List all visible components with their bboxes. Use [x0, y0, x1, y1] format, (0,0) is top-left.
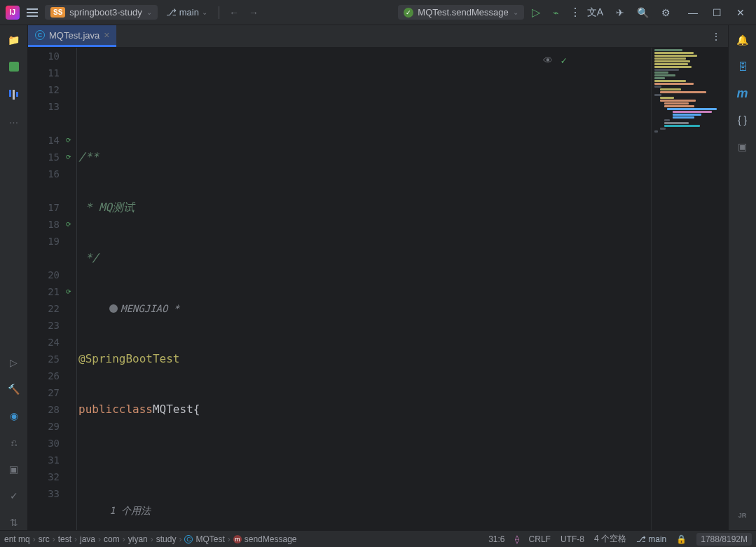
chevron-down-icon: ⌄: [202, 8, 207, 16]
line-number: 17: [28, 199, 76, 216]
services-tool-icon[interactable]: ◉: [6, 408, 22, 424]
nav-gutter-icon[interactable]: ⟳: [64, 220, 74, 229]
right-tool-strip: 🔔 🗄 m { } ▣ JR: [728, 25, 756, 530]
breadcrumb-item[interactable]: ent mq: [4, 534, 30, 544]
breadcrumb-item[interactable]: msendMessage: [233, 534, 297, 544]
project-tool-icon[interactable]: 📁: [6, 32, 22, 48]
file-encoding[interactable]: UTF-8: [561, 534, 584, 544]
run-gutter-icon[interactable]: ⟳: [64, 152, 74, 162]
more-actions-button[interactable]: ⋮: [568, 5, 583, 20]
class-icon: C: [35, 30, 45, 40]
inlay-gutter: [28, 250, 76, 266]
indent-setting[interactable]: 4 个空格: [594, 533, 626, 545]
translate-icon[interactable]: 文A: [587, 6, 603, 19]
branch-name-label: main: [179, 7, 199, 18]
run-button[interactable]: ▷: [528, 5, 544, 20]
line-number: 18⟳: [28, 216, 76, 233]
run-config-selector[interactable]: ✓ MQTest.sendMessage ⌄: [398, 5, 523, 20]
gutter[interactable]: 10 11 12 13 14⟳ 15⟳ 16 17 18⟳ 19 20 21⟳ …: [28, 48, 77, 530]
title-bar: IJ SS springboot3-study ⌄ ⎇ main ⌄ ← → ✓…: [0, 0, 756, 25]
breadcrumb-item[interactable]: study: [156, 534, 177, 544]
tab-filename-label: MQTest.java: [49, 30, 99, 41]
line-number: 29: [28, 418, 76, 435]
bookmarks-tool-icon[interactable]: ▣: [735, 139, 750, 154]
redis-tool-icon[interactable]: [6, 59, 22, 74]
line-number: 14⟳: [28, 132, 76, 149]
run-tool-icon[interactable]: ▷: [6, 355, 22, 370]
line-number: 33: [28, 485, 76, 502]
lock-icon[interactable]: 🔒: [676, 534, 687, 544]
line-number: 12: [28, 81, 76, 98]
code-text: @SpringBootTest: [78, 351, 180, 367]
settings-icon[interactable]: ⚙: [661, 7, 671, 18]
breadcrumb-item[interactable]: src: [39, 534, 50, 544]
minimize-button[interactable]: —: [683, 3, 703, 22]
caret-position[interactable]: 31:6: [488, 534, 504, 544]
inlay-gutter: [28, 115, 76, 132]
breadcrumb-item[interactable]: test: [58, 534, 71, 544]
minimap[interactable]: [651, 48, 728, 530]
editor-tab-mqtest[interactable]: C MQTest.java ×: [28, 25, 116, 47]
left-tool-strip: 📁 … ▷ 🔨 ◉ ⎌ ▣ ✓ ⇅: [0, 25, 28, 530]
close-button[interactable]: ✕: [731, 3, 750, 22]
git-push-icon[interactable]: ⇅: [6, 515, 22, 530]
breadcrumb-item[interactable]: CMQTest: [184, 534, 224, 544]
run-config-label: MQTest.sendMessage: [418, 7, 508, 18]
separator: [219, 6, 219, 19]
database-tool-icon[interactable]: 🗄: [735, 59, 750, 74]
line-number: 24: [28, 334, 76, 351]
more-tool-icon[interactable]: …: [6, 112, 22, 128]
problems-tool-icon[interactable]: ✓: [6, 488, 22, 504]
breadcrumb-item[interactable]: yiyan: [128, 534, 148, 544]
memory-indicator[interactable]: 1788/8192M: [696, 533, 752, 546]
inspection-ok-icon[interactable]: ✓: [561, 52, 567, 69]
terminal-tool-icon[interactable]: ▣: [6, 461, 22, 477]
code-editor[interactable]: 👁 ✓ /** * MQ测试 */ MENGJIAO * @SpringBoot…: [77, 48, 651, 530]
jrebel-icon[interactable]: JR: [735, 508, 750, 523]
usages-inlay[interactable]: 1 个用法: [78, 502, 651, 519]
author-inlay[interactable]: MENGJIAO *: [78, 300, 651, 317]
nav-forward-button[interactable]: →: [246, 5, 261, 20]
reader-mode-icon[interactable]: 👁: [543, 52, 553, 69]
line-number: 10: [28, 48, 76, 65]
maven-tool-icon[interactable]: m: [735, 86, 750, 101]
line-number: 15⟳: [28, 149, 76, 166]
line-number: 22: [28, 300, 76, 317]
git-tool-icon[interactable]: ⎌: [6, 435, 22, 450]
maximize-button[interactable]: ☐: [707, 3, 727, 22]
code-with-me-icon[interactable]: ✈: [616, 7, 624, 18]
app-icon[interactable]: IJ: [6, 6, 20, 20]
status-bar: ent mq› src› test› java› com› yiyan› stu…: [0, 530, 756, 547]
bean-tool-icon[interactable]: { }: [735, 112, 750, 128]
notifications-icon[interactable]: 🔔: [735, 32, 750, 48]
line-number: 25: [28, 351, 76, 367]
method-icon: m: [233, 535, 242, 543]
line-number: 21⟳: [28, 283, 76, 300]
project-selector[interactable]: SS springboot3-study ⌄: [45, 5, 158, 20]
nav-back-button[interactable]: ←: [226, 5, 242, 20]
tab-more-button[interactable]: ⋮: [711, 31, 728, 42]
main-menu-icon[interactable]: [24, 4, 41, 21]
breadcrumb-item[interactable]: java: [80, 534, 95, 544]
ai-icon[interactable]: ⟠: [515, 534, 519, 544]
debug-button[interactable]: ⌁: [548, 5, 563, 20]
run-gutter-icon[interactable]: ⟳: [64, 135, 74, 145]
run-gutter-icon[interactable]: ⟳: [64, 287, 74, 297]
line-separator[interactable]: CRLF: [529, 534, 551, 544]
search-icon[interactable]: 🔍: [637, 7, 649, 18]
structure-tool-icon[interactable]: [6, 86, 22, 101]
line-number: 11: [28, 65, 76, 81]
build-tool-icon[interactable]: 🔨: [6, 381, 22, 397]
vcs-branch-selector[interactable]: ⎇ main ⌄: [162, 5, 212, 20]
breadcrumb-item[interactable]: com: [104, 534, 120, 544]
line-number: 28: [28, 401, 76, 418]
line-number: 32: [28, 468, 76, 485]
chevron-down-icon: ⌄: [146, 8, 152, 16]
code-text: 测试: [112, 199, 135, 216]
close-tab-button[interactable]: ×: [104, 29, 109, 41]
editor-tab-bar: C MQTest.java × ⋮: [28, 25, 728, 48]
project-name-label: springboot3-study: [69, 7, 142, 18]
status-branch[interactable]: ⎇ main: [636, 534, 666, 544]
line-number: 30: [28, 435, 76, 452]
line-number: 13: [28, 98, 76, 115]
